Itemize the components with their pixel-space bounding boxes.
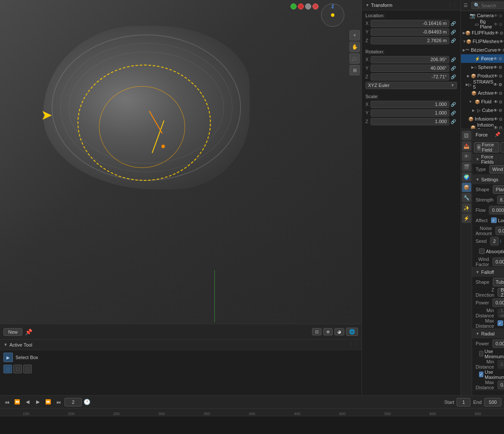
overlay-btn[interactable]: ⊕ [323,328,333,335]
close-tab-btn[interactable]: ✕ [477,144,481,150]
location-z-field[interactable]: 2.7826 m [371,37,449,44]
use-maximum-checkbox[interactable]: ✓ [479,372,483,377]
viewport-mode-btn[interactable]: ⊡ [312,328,322,335]
camera-tool[interactable]: 🎥 [349,53,360,64]
falloff-header[interactable]: ▼ Falloff [472,267,504,277]
axis-z-btn[interactable] [312,3,318,9]
render-mode-btn[interactable]: 🌐 [346,328,358,336]
search-input[interactable] [481,3,504,8]
tree-item-flipfluids[interactable]: ▶ 📦 FLIPFluids 👁 ⊙ [461,28,504,37]
location-x-link[interactable]: 🔗 [449,20,457,27]
tree-item-bgplane[interactable]: ▭ Bg Plane 👁 ⊙ [461,20,504,28]
tl-start-value[interactable]: 1 [457,398,470,406]
props-icon-render[interactable]: 🖼 [462,131,471,140]
radial-header[interactable]: ▼ Radial [472,329,504,338]
props-icon-particles[interactable]: ✨ [462,203,471,213]
radial-max-distance-field[interactable]: 0.800 [498,381,504,389]
wind-factor-field[interactable]: 0.000 [492,257,504,266]
props-icon-output[interactable]: 📤 [462,141,471,151]
location-z-link[interactable]: 🔗 [449,37,457,44]
force-fields-header[interactable]: ▼ Force Fields ⋮⋮ [472,155,504,164]
rotation-x-link[interactable]: 🔗 [449,56,457,63]
use-minimum-checkbox[interactable] [479,351,483,356]
props-icon-world[interactable]: 🌍 [462,172,471,182]
rotation-z-link[interactable]: 🔗 [449,73,457,81]
grid-tool[interactable]: ⊞ [349,65,360,75]
tree-item-flipmeshes[interactable]: ▼ 📦 FLIPMeshes 👁 ⊙ [461,37,504,46]
shape-dropdown[interactable]: Plane ▼ [493,185,504,194]
zoom-tool[interactable]: + [349,30,360,40]
location-checkbox[interactable]: ✓ [491,217,497,223]
tl-end-value[interactable]: 500 [484,398,501,406]
tl-play[interactable]: ▶ [34,398,42,406]
nav-gizmo[interactable]: Z [321,3,344,27]
z-direction-dropdown[interactable]: Both Z ▼ [498,288,504,297]
tree-item-beziercurve[interactable]: ▶ 〜 BézierCurve 👁 ⚙ [461,46,504,54]
props-icon-modifier[interactable]: 🔧 [462,193,471,202]
strength-field[interactable]: 8.000 [497,195,504,204]
rigid-body-tab[interactable]: ⊞ Rigid Body Constraint [501,142,504,152]
transform-collapse[interactable]: ▼ [365,3,369,7]
props-icon-view[interactable]: 👁 [462,152,471,161]
props-icon-physics[interactable]: ⚡ [462,214,471,223]
absorption-checkbox[interactable] [479,248,485,254]
location-x-field[interactable]: -0.16416 m [371,20,449,27]
scale-y-field[interactable]: 1.000 [371,109,449,117]
at-collapse-arrow[interactable]: ▼ [3,342,8,347]
rotation-y-link[interactable]: 🔗 [449,65,457,72]
tree-item-sphere[interactable]: ▶ ○ Sphere 👁 ⚙ [461,63,504,71]
seed-field[interactable]: 2 [490,237,499,245]
axis-controls[interactable] [291,3,318,9]
tree-item-archive[interactable]: 📦 Archive 👁 ⊙ [461,89,504,97]
axis-x-btn[interactable] [298,3,304,9]
axis-y-btn[interactable] [291,3,297,9]
tree-item-straws5-1[interactable]: ▶ ▷ STRAWS 5 👁 ⚙ [461,80,504,89]
max-distance-checkbox[interactable]: ✓ [498,320,503,326]
select-box-icon[interactable]: ▶ [3,353,13,362]
min-distance-field[interactable]: 1.6 m [498,309,504,317]
rotation-x-field[interactable]: 206.95° [371,56,449,63]
tree-item-infusion-creator[interactable]: 📦 Infusion Creator 👁 ⊙ [461,123,504,129]
type-dropdown[interactable]: Wind ▼ [489,165,504,174]
scale-z-link[interactable]: 🔗 [449,118,457,125]
scale-y-link[interactable]: 🔗 [449,109,457,117]
pin-icon[interactable]: 📌 [25,329,32,335]
tree-item-cube[interactable]: ▶ ▷ Cube 👁 ⚙ [461,106,504,115]
props-pin[interactable]: 📌 [495,132,501,137]
tl-current-frame[interactable]: 2 [65,398,82,406]
props-icon-scene[interactable]: 🎬 [462,162,471,171]
radial-min-distance-field[interactable]: 0.000 [498,360,504,369]
props-icon-object[interactable]: 📦 [462,183,471,192]
location-y-field[interactable]: -0.84493 m [371,28,449,36]
tree-item-product[interactable]: ▶ 📦 Product 👁 ⊙ [461,71,504,80]
select-icon-3[interactable]: ⬚ [23,365,32,373]
tl-skip-start[interactable]: ⏮ [3,398,11,406]
shading-btn[interactable]: ◕ [334,328,344,335]
rotation-z-field[interactable]: -72.71° [371,73,449,81]
select-icon-1[interactable]: ⬚ [3,365,12,373]
tree-item-fluid[interactable]: ▼ 📦 Fluid 👁 ⊙ [461,97,504,106]
axis-mid-btn[interactable] [305,3,311,9]
radial-power-field[interactable]: 0.000 [492,339,504,348]
location-y-link[interactable]: 🔗 [449,28,457,36]
tree-item-force[interactable]: ⚡ Force 👁 ⚙ [461,54,504,63]
flow-field[interactable]: 0.000 [489,206,504,214]
new-button[interactable]: New [3,328,22,336]
scale-x-field[interactable]: 1.000 [371,101,449,108]
tree-item-infusions[interactable]: 📦 Infusions 👁 ⊙ [461,115,504,123]
xyz-euler-dropdown[interactable]: XYZ Euler ▼ [365,82,457,89]
tree-item-camera[interactable]: 📷 Camera 👁 ⊙ [461,11,504,20]
force-field-tab[interactable]: ✕ Force Field [474,142,499,152]
outliner-menu[interactable]: ☰ [464,3,468,8]
tl-skip-end[interactable]: ⏭ [54,398,63,406]
noise-field[interactable]: 0.000 [495,226,504,235]
pan-tool[interactable]: ✋ [349,42,360,52]
falloff-power-field[interactable]: 0.000 [492,298,504,307]
settings-header[interactable]: ▼ Settings [472,175,504,184]
rotation-y-field[interactable]: 40.006° [371,65,449,72]
scale-z-field[interactable]: 1.000 [371,118,449,125]
select-icon-2[interactable]: ⬚ [13,365,22,373]
scale-x-link[interactable]: 🔗 [449,101,457,108]
viewport[interactable]: ➤ Z + ✋ [0,0,362,339]
tl-next-keyframe[interactable]: ⏩ [44,398,53,406]
